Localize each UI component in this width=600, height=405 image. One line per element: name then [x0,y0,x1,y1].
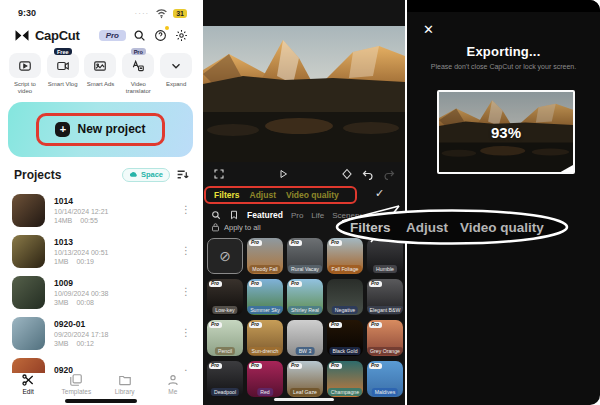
editor-tab[interactable]: Adjust [250,190,276,200]
feature-shortcut[interactable]: Pro Video translator [119,53,157,95]
close-icon[interactable]: ✕ [423,22,434,37]
nav-item-me[interactable]: Me [149,373,197,395]
cloud-icon [129,171,138,178]
feature-shortcut[interactable]: Free Smart Vlog [44,53,82,95]
filter-name: Champagne [328,388,362,396]
nav-item-library[interactable]: Library [101,373,149,395]
fullscreen-icon[interactable] [213,164,225,182]
more-options-icon[interactable]: ⋮ [181,246,191,256]
space-button[interactable]: Space [122,168,170,182]
exporting-title: Exporting... [407,44,600,59]
pro-badge: Pro [209,363,222,369]
filter-tile[interactable]: BW 3 [287,320,323,356]
filter-search-icon[interactable] [211,206,221,224]
feature-shortcut[interactable]: Smart Ads [82,53,120,95]
filter-name: Black Gold [329,347,360,355]
help-icon[interactable] [152,27,168,43]
filter-tile[interactable]: Negative [327,279,363,315]
bookmark-icon[interactable] [229,206,239,224]
pro-badge: Pro [289,240,302,246]
new-project-banner: + New project [8,102,193,157]
projects-header: Projects Space [0,157,201,188]
bottom-nav: Edit Templates Library Me [0,373,201,395]
filter-tile[interactable]: Pro Low-key [207,279,243,315]
search-icon[interactable] [131,27,147,43]
new-project-button[interactable]: New project [77,122,145,136]
filter-category[interactable]: Featured [247,210,283,220]
filter-tile[interactable]: Pro Black Gold [327,320,363,356]
filter-name: BW 3 [296,347,315,355]
video-translator-icon [131,59,145,73]
pro-badge[interactable]: Pro [99,30,126,41]
filter-tile[interactable]: Pro Champagne [327,361,363,397]
project-row[interactable]: 1009 10/09/2024 00:38 3MB00:08 ⋮ [0,272,201,313]
filter-tile[interactable]: Pro Elegant B&W [367,279,403,315]
status-bar: 9:30 ···· 31 [0,0,201,21]
filter-tile[interactable]: Pro Red [247,361,283,397]
pro-badge: Pro [289,363,302,369]
capcut-home-screen: 9:30 ···· 31 CapCut Pro Script to video [0,0,201,405]
editor-screen: FiltersAdjustVideo quality ✓ FeaturedPro… [203,0,405,405]
filter-name: Summer Sky [247,306,283,314]
filter-tile[interactable]: Humble [367,238,403,274]
chevron-down-icon [169,59,183,73]
filter-tile[interactable]: Pro Shirley Real [287,279,323,315]
pro-badge: Pro [209,281,222,287]
signal-icon: ···· [135,9,150,18]
filter-tile[interactable]: Pro Summer Sky [247,279,283,315]
video-preview[interactable] [203,26,405,162]
project-row[interactable]: 1014 10/14/2024 12:21 14MB00:55 ⋮ [0,190,201,231]
editor-tab[interactable]: Video quality [286,190,339,200]
confirm-check-icon[interactable]: ✓ [375,187,384,200]
filter-tile[interactable]: Pro Pencil [207,320,243,356]
projects-title: Projects [14,168,116,182]
pro-badge: Pro [249,281,262,287]
player-controls [203,163,405,183]
feature-shortcut[interactable]: Expand [157,53,195,95]
filter-tile[interactable]: Pro Moody Fall [247,238,283,274]
undo-icon[interactable] [362,164,374,182]
project-size-duration: 3MB00:12 [54,340,172,347]
filter-tile[interactable]: Pro Leaf Gaze [287,361,323,397]
filter-name: Deadpool [211,388,239,396]
filter-name: Leaf Gaze [290,388,320,396]
filter-name: Low-key [212,306,237,314]
filter-none-tile[interactable]: ⊘ [207,238,243,274]
sort-icon[interactable] [176,166,189,184]
project-row[interactable]: 1013 10/13/2024 00:51 1MB00:19 ⋮ [0,231,201,272]
nav-label: Edit [23,388,34,395]
feature-shortcut[interactable]: Script to video [6,53,44,95]
pro-badge: Pro [329,363,342,369]
filter-tile[interactable]: Pro Rural Vacay [287,238,323,274]
filter-tile[interactable]: Pro Deadpool [207,361,243,397]
home-indicator [65,399,137,403]
filter-category[interactable]: Life [311,211,324,220]
filter-tile[interactable]: Pro Fall Foliage [327,238,363,274]
nav-item-edit[interactable]: Edit [4,373,52,395]
nav-label: Me [168,388,177,395]
pro-badge: Pro [329,240,342,246]
nav-item-templates[interactable]: Templates [52,373,100,395]
filter-category[interactable]: Scenery [332,211,361,220]
project-name: 1009 [54,278,172,288]
editor-tabs-highlighted: FiltersAdjustVideo quality [204,186,357,204]
more-options-icon[interactable]: ⋮ [181,205,191,215]
smart-ads-icon [93,59,107,73]
scissors-icon [21,373,35,387]
more-options-icon[interactable]: ⋮ [181,287,191,297]
more-options-icon[interactable]: ⋮ [181,328,191,338]
editor-tab[interactable]: Filters [214,190,240,200]
filter-tile[interactable]: Pro Maldives [367,361,403,397]
feature-label: Smart Ads [87,81,115,88]
filter-name: Sun-drench [249,347,282,355]
apply-to-all-toggle[interactable]: Apply to all [211,223,261,232]
filter-tile[interactable]: Pro Sun-drench [247,320,283,356]
redo-icon[interactable] [383,164,395,182]
nav-label: Library [115,388,135,395]
settings-gear-icon[interactable] [173,27,189,43]
filter-category[interactable]: Pro [291,211,303,220]
filter-tile[interactable]: Pro Grey Orange [367,320,403,356]
project-row[interactable]: 0920-01 09/20/2024 17:18 3MB00:12 ⋮ [0,313,201,354]
compare-icon[interactable] [341,164,353,182]
play-button[interactable] [225,164,341,182]
